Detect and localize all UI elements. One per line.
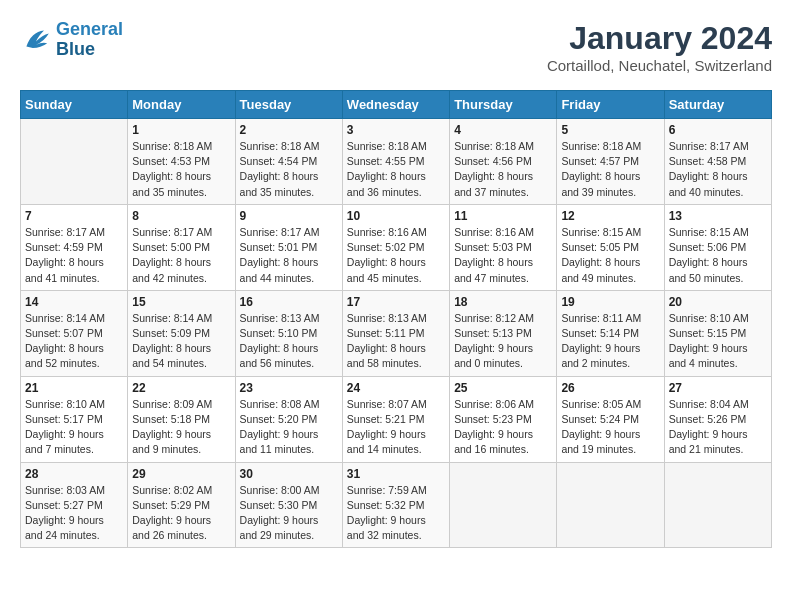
day-number: 29 bbox=[132, 467, 230, 481]
day-info: Sunrise: 8:14 AMSunset: 5:09 PMDaylight:… bbox=[132, 311, 230, 372]
day-info: Sunrise: 8:00 AMSunset: 5:30 PMDaylight:… bbox=[240, 483, 338, 544]
day-info: Sunrise: 8:12 AMSunset: 5:13 PMDaylight:… bbox=[454, 311, 552, 372]
day-number: 11 bbox=[454, 209, 552, 223]
calendar-cell: 29Sunrise: 8:02 AMSunset: 5:29 PMDayligh… bbox=[128, 462, 235, 548]
day-info: Sunrise: 8:15 AMSunset: 5:06 PMDaylight:… bbox=[669, 225, 767, 286]
day-info: Sunrise: 8:18 AMSunset: 4:56 PMDaylight:… bbox=[454, 139, 552, 200]
calendar-cell: 21Sunrise: 8:10 AMSunset: 5:17 PMDayligh… bbox=[21, 376, 128, 462]
day-number: 7 bbox=[25, 209, 123, 223]
day-number: 2 bbox=[240, 123, 338, 137]
calendar-cell: 11Sunrise: 8:16 AMSunset: 5:03 PMDayligh… bbox=[450, 204, 557, 290]
day-info: Sunrise: 8:15 AMSunset: 5:05 PMDaylight:… bbox=[561, 225, 659, 286]
day-info: Sunrise: 8:16 AMSunset: 5:03 PMDaylight:… bbox=[454, 225, 552, 286]
calendar-body: 1Sunrise: 8:18 AMSunset: 4:53 PMDaylight… bbox=[21, 119, 772, 548]
month-title: January 2024 bbox=[547, 20, 772, 57]
day-number: 26 bbox=[561, 381, 659, 395]
day-number: 22 bbox=[132, 381, 230, 395]
day-info: Sunrise: 8:03 AMSunset: 5:27 PMDaylight:… bbox=[25, 483, 123, 544]
week-row-1: 7Sunrise: 8:17 AMSunset: 4:59 PMDaylight… bbox=[21, 204, 772, 290]
calendar-cell: 8Sunrise: 8:17 AMSunset: 5:00 PMDaylight… bbox=[128, 204, 235, 290]
day-number: 3 bbox=[347, 123, 445, 137]
weekday-header-thursday: Thursday bbox=[450, 91, 557, 119]
day-number: 15 bbox=[132, 295, 230, 309]
day-number: 31 bbox=[347, 467, 445, 481]
weekday-header-wednesday: Wednesday bbox=[342, 91, 449, 119]
day-number: 30 bbox=[240, 467, 338, 481]
calendar-cell: 25Sunrise: 8:06 AMSunset: 5:23 PMDayligh… bbox=[450, 376, 557, 462]
day-number: 5 bbox=[561, 123, 659, 137]
location: Cortaillod, Neuchatel, Switzerland bbox=[547, 57, 772, 74]
calendar-cell: 14Sunrise: 8:14 AMSunset: 5:07 PMDayligh… bbox=[21, 290, 128, 376]
day-number: 9 bbox=[240, 209, 338, 223]
calendar-cell: 3Sunrise: 8:18 AMSunset: 4:55 PMDaylight… bbox=[342, 119, 449, 205]
day-number: 23 bbox=[240, 381, 338, 395]
day-number: 20 bbox=[669, 295, 767, 309]
day-number: 28 bbox=[25, 467, 123, 481]
day-info: Sunrise: 8:09 AMSunset: 5:18 PMDaylight:… bbox=[132, 397, 230, 458]
weekday-header-tuesday: Tuesday bbox=[235, 91, 342, 119]
calendar-cell: 5Sunrise: 8:18 AMSunset: 4:57 PMDaylight… bbox=[557, 119, 664, 205]
day-number: 10 bbox=[347, 209, 445, 223]
day-number: 4 bbox=[454, 123, 552, 137]
logo-icon bbox=[20, 24, 52, 56]
day-number: 18 bbox=[454, 295, 552, 309]
calendar-cell: 18Sunrise: 8:12 AMSunset: 5:13 PMDayligh… bbox=[450, 290, 557, 376]
day-info: Sunrise: 8:10 AMSunset: 5:17 PMDaylight:… bbox=[25, 397, 123, 458]
day-info: Sunrise: 8:17 AMSunset: 5:01 PMDaylight:… bbox=[240, 225, 338, 286]
day-number: 19 bbox=[561, 295, 659, 309]
day-number: 1 bbox=[132, 123, 230, 137]
day-info: Sunrise: 8:10 AMSunset: 5:15 PMDaylight:… bbox=[669, 311, 767, 372]
day-number: 12 bbox=[561, 209, 659, 223]
calendar-cell: 12Sunrise: 8:15 AMSunset: 5:05 PMDayligh… bbox=[557, 204, 664, 290]
page-header: General Blue January 2024 Cortaillod, Ne… bbox=[20, 20, 772, 74]
day-number: 6 bbox=[669, 123, 767, 137]
calendar-cell: 30Sunrise: 8:00 AMSunset: 5:30 PMDayligh… bbox=[235, 462, 342, 548]
day-number: 8 bbox=[132, 209, 230, 223]
week-row-4: 28Sunrise: 8:03 AMSunset: 5:27 PMDayligh… bbox=[21, 462, 772, 548]
calendar-cell: 24Sunrise: 8:07 AMSunset: 5:21 PMDayligh… bbox=[342, 376, 449, 462]
logo: General Blue bbox=[20, 20, 123, 60]
day-info: Sunrise: 8:18 AMSunset: 4:57 PMDaylight:… bbox=[561, 139, 659, 200]
day-number: 17 bbox=[347, 295, 445, 309]
calendar-cell: 1Sunrise: 8:18 AMSunset: 4:53 PMDaylight… bbox=[128, 119, 235, 205]
day-info: Sunrise: 8:17 AMSunset: 4:59 PMDaylight:… bbox=[25, 225, 123, 286]
day-number: 24 bbox=[347, 381, 445, 395]
calendar-cell: 16Sunrise: 8:13 AMSunset: 5:10 PMDayligh… bbox=[235, 290, 342, 376]
day-number: 16 bbox=[240, 295, 338, 309]
calendar-cell: 20Sunrise: 8:10 AMSunset: 5:15 PMDayligh… bbox=[664, 290, 771, 376]
week-row-3: 21Sunrise: 8:10 AMSunset: 5:17 PMDayligh… bbox=[21, 376, 772, 462]
calendar-cell: 10Sunrise: 8:16 AMSunset: 5:02 PMDayligh… bbox=[342, 204, 449, 290]
calendar-cell: 6Sunrise: 8:17 AMSunset: 4:58 PMDaylight… bbox=[664, 119, 771, 205]
calendar-cell bbox=[450, 462, 557, 548]
day-info: Sunrise: 8:04 AMSunset: 5:26 PMDaylight:… bbox=[669, 397, 767, 458]
calendar-table: SundayMondayTuesdayWednesdayThursdayFrid… bbox=[20, 90, 772, 548]
day-info: Sunrise: 8:16 AMSunset: 5:02 PMDaylight:… bbox=[347, 225, 445, 286]
day-info: Sunrise: 8:11 AMSunset: 5:14 PMDaylight:… bbox=[561, 311, 659, 372]
calendar-cell: 7Sunrise: 8:17 AMSunset: 4:59 PMDaylight… bbox=[21, 204, 128, 290]
calendar-cell: 2Sunrise: 8:18 AMSunset: 4:54 PMDaylight… bbox=[235, 119, 342, 205]
weekday-header-row: SundayMondayTuesdayWednesdayThursdayFrid… bbox=[21, 91, 772, 119]
day-info: Sunrise: 8:13 AMSunset: 5:11 PMDaylight:… bbox=[347, 311, 445, 372]
day-number: 14 bbox=[25, 295, 123, 309]
day-info: Sunrise: 8:18 AMSunset: 4:53 PMDaylight:… bbox=[132, 139, 230, 200]
calendar-cell: 22Sunrise: 8:09 AMSunset: 5:18 PMDayligh… bbox=[128, 376, 235, 462]
day-info: Sunrise: 8:02 AMSunset: 5:29 PMDaylight:… bbox=[132, 483, 230, 544]
day-info: Sunrise: 8:08 AMSunset: 5:20 PMDaylight:… bbox=[240, 397, 338, 458]
day-info: Sunrise: 8:13 AMSunset: 5:10 PMDaylight:… bbox=[240, 311, 338, 372]
day-info: Sunrise: 8:07 AMSunset: 5:21 PMDaylight:… bbox=[347, 397, 445, 458]
calendar-cell: 15Sunrise: 8:14 AMSunset: 5:09 PMDayligh… bbox=[128, 290, 235, 376]
day-info: Sunrise: 8:18 AMSunset: 4:54 PMDaylight:… bbox=[240, 139, 338, 200]
title-block: January 2024 Cortaillod, Neuchatel, Swit… bbox=[547, 20, 772, 74]
calendar-cell bbox=[557, 462, 664, 548]
calendar-cell bbox=[21, 119, 128, 205]
week-row-0: 1Sunrise: 8:18 AMSunset: 4:53 PMDaylight… bbox=[21, 119, 772, 205]
calendar-cell: 4Sunrise: 8:18 AMSunset: 4:56 PMDaylight… bbox=[450, 119, 557, 205]
week-row-2: 14Sunrise: 8:14 AMSunset: 5:07 PMDayligh… bbox=[21, 290, 772, 376]
calendar-cell: 19Sunrise: 8:11 AMSunset: 5:14 PMDayligh… bbox=[557, 290, 664, 376]
day-number: 27 bbox=[669, 381, 767, 395]
calendar-cell: 28Sunrise: 8:03 AMSunset: 5:27 PMDayligh… bbox=[21, 462, 128, 548]
day-number: 13 bbox=[669, 209, 767, 223]
day-info: Sunrise: 8:06 AMSunset: 5:23 PMDaylight:… bbox=[454, 397, 552, 458]
day-info: Sunrise: 8:17 AMSunset: 5:00 PMDaylight:… bbox=[132, 225, 230, 286]
weekday-header-sunday: Sunday bbox=[21, 91, 128, 119]
